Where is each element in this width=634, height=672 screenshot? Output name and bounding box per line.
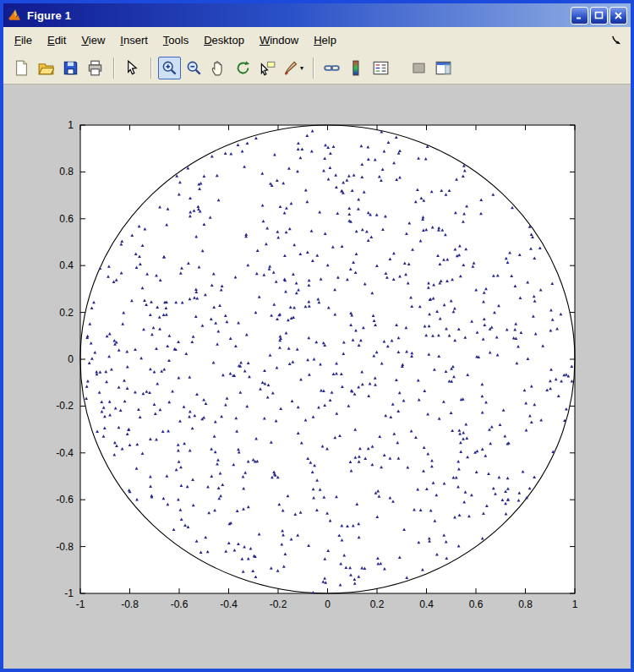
svg-text:0.8: 0.8 — [518, 598, 533, 610]
svg-text:-0.4: -0.4 — [56, 447, 74, 459]
toolbar-separator — [150, 57, 151, 79]
window-title: Figure 1 — [27, 9, 566, 22]
menu-items: FileEditViewInsertToolsDesktopWindowHelp — [7, 29, 344, 52]
menu-accelerator: T — [163, 34, 169, 46]
brush-icon — [283, 60, 299, 76]
svg-text:0.8: 0.8 — [59, 166, 74, 178]
hand-pan-icon — [210, 60, 227, 76]
insert-legend-button[interactable] — [369, 57, 392, 79]
new-figure-icon — [14, 60, 30, 76]
save-figure-button[interactable] — [59, 57, 82, 79]
matlab-figure-icon — [7, 8, 22, 23]
menu-accelerator: F — [14, 34, 21, 46]
open-file-button[interactable] — [35, 57, 57, 79]
zoom-in-icon — [161, 60, 178, 76]
hide-plot-tools-button[interactable] — [407, 57, 430, 79]
svg-text:-0.8: -0.8 — [56, 541, 74, 553]
show-plot-tools-icon — [435, 60, 451, 76]
menu-item-window[interactable]: Window — [252, 29, 306, 52]
svg-text:0.2: 0.2 — [370, 598, 385, 610]
save-figure-icon — [63, 60, 79, 76]
link-plot-button[interactable] — [320, 57, 343, 79]
data-cursor-icon — [260, 60, 276, 76]
menu-accelerator: E — [47, 34, 55, 46]
toolbar-separator — [113, 57, 114, 79]
toolbar: ▾ — [3, 52, 631, 85]
svg-text:0.4: 0.4 — [59, 260, 74, 271]
hide-plot-tools-icon — [411, 60, 427, 76]
insert-colorbar-button[interactable] — [345, 57, 368, 79]
rotate-3d-icon — [235, 60, 251, 76]
plot-axes[interactable]: -1-0.8-0.6-0.4-0.200.20.40.60.81-1-0.8-0… — [3, 85, 631, 669]
zoom-out-button[interactable] — [183, 57, 205, 79]
svg-text:0.2: 0.2 — [59, 307, 74, 319]
brush-button[interactable]: ▾ — [281, 57, 306, 79]
menu-item-insert[interactable]: Insert — [112, 29, 156, 52]
svg-text:-0.6: -0.6 — [171, 598, 189, 610]
window-controls — [571, 7, 627, 25]
svg-text:-0.8: -0.8 — [121, 598, 139, 610]
svg-text:-0.6: -0.6 — [56, 494, 74, 505]
link-plot-icon — [324, 60, 340, 76]
edit-plot-arrow-icon — [124, 60, 140, 76]
new-figure-button[interactable] — [10, 57, 33, 79]
print-figure-button[interactable] — [84, 57, 107, 79]
zoom-in-button[interactable] — [158, 57, 181, 79]
svg-text:-1: -1 — [76, 598, 85, 610]
menu-item-tools[interactable]: Tools — [156, 29, 196, 52]
zoom-out-icon — [186, 60, 202, 76]
colorbar-icon — [348, 60, 364, 76]
data-cursor-button[interactable] — [256, 57, 279, 79]
svg-text:0: 0 — [68, 353, 74, 365]
menubar: FileEditViewInsertToolsDesktopWindowHelp — [3, 27, 631, 52]
svg-text:0.6: 0.6 — [469, 598, 484, 610]
menu-accelerator: D — [204, 34, 211, 46]
svg-text:1: 1 — [68, 119, 74, 131]
legend-icon — [373, 60, 389, 76]
svg-text:0.4: 0.4 — [419, 598, 434, 610]
pan-button[interactable] — [207, 57, 230, 79]
close-button[interactable] — [609, 7, 627, 25]
show-plot-tools-button[interactable] — [432, 57, 455, 79]
rotate-3d-button[interactable] — [232, 57, 254, 79]
close-icon — [614, 11, 623, 20]
menu-accelerator: W — [260, 34, 270, 46]
svg-text:1: 1 — [572, 598, 578, 610]
dock-arrow-icon — [611, 35, 622, 46]
svg-text:0.6: 0.6 — [59, 213, 74, 225]
menu-item-edit[interactable]: Edit — [40, 29, 74, 52]
edit-plot-button[interactable] — [121, 57, 144, 79]
dock-figure-button[interactable] — [606, 33, 627, 47]
svg-text:0: 0 — [325, 598, 331, 610]
menu-item-desktop[interactable]: Desktop — [196, 29, 252, 52]
print-figure-icon — [87, 60, 103, 76]
maximize-button[interactable] — [590, 7, 608, 25]
minimize-button[interactable] — [571, 7, 588, 25]
titlebar[interactable]: Figure 1 — [3, 3, 631, 27]
svg-text:-0.4: -0.4 — [220, 598, 238, 610]
menu-item-view[interactable]: View — [74, 29, 112, 52]
open-file-icon — [38, 60, 54, 76]
minimize-icon — [575, 11, 584, 20]
svg-text:-0.2: -0.2 — [56, 400, 74, 412]
menu-accelerator: H — [314, 34, 321, 46]
figure-canvas[interactable]: -1-0.8-0.6-0.4-0.200.20.40.60.81-1-0.8-0… — [3, 85, 631, 669]
toolbar-separator — [313, 57, 314, 79]
svg-text:-1: -1 — [64, 587, 74, 599]
figure-window: Figure 1 FileEditViewInsertToolsDesktopW… — [0, 0, 634, 672]
menu-item-help[interactable]: Help — [306, 29, 344, 52]
menu-accelerator: V — [81, 34, 88, 46]
brush-dropdown-caret[interactable]: ▾ — [300, 65, 303, 72]
menu-accelerator: I — [120, 34, 123, 46]
svg-text:-0.2: -0.2 — [270, 598, 287, 610]
menu-item-file[interactable]: File — [7, 29, 40, 52]
maximize-icon — [594, 11, 604, 20]
